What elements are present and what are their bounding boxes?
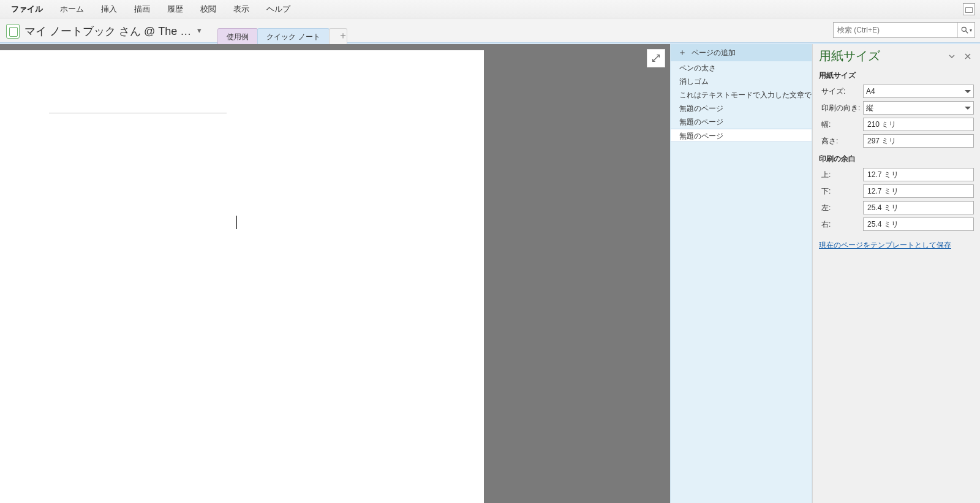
add-page-label: ページの追加 (692, 48, 736, 58)
menu-bar: ファイル ホーム 挿入 描画 履歴 校閲 表示 ヘルプ (0, 0, 980, 18)
section-tab-0[interactable]: 使用例 (217, 28, 258, 44)
panel-title: 用紙サイズ (819, 48, 942, 64)
size-label: サイズ: (819, 86, 863, 97)
size-value: A4 (866, 87, 875, 96)
margin-top-input[interactable] (863, 168, 974, 181)
fullscreen-button[interactable] (647, 49, 665, 67)
main-area: ＋ ページの追加 ペンの太さ 消しゴム これはテキストモードで入力した文章で 無… (0, 44, 980, 503)
close-icon (964, 53, 971, 60)
save-as-template-link[interactable]: 現在のページをテンプレートとして保存 (819, 240, 951, 251)
orientation-select[interactable]: 縦 (863, 101, 974, 115)
canvas-area (0, 44, 670, 503)
page-item-5[interactable]: 無題のページ (671, 129, 812, 142)
margin-left-label: 左: (819, 203, 863, 213)
section-tabs: 使用例 クイック ノート ＋ (217, 18, 346, 44)
search-button[interactable]: ▾ (957, 23, 974, 37)
add-section-tab[interactable]: ＋ (329, 28, 347, 44)
page-item-0[interactable]: ペンの太さ (671, 61, 812, 75)
search-icon (960, 26, 969, 34)
menu-history[interactable]: 履歴 (159, 0, 192, 18)
height-input[interactable] (863, 134, 974, 148)
section-tab-1[interactable]: クイック ノート (257, 28, 329, 44)
page-item-1[interactable]: 消しゴム (671, 75, 812, 88)
group-margins: 印刷の余白 (819, 154, 974, 164)
margin-bottom-label: 下: (819, 186, 863, 197)
search-input[interactable] (833, 22, 975, 38)
page-item-4[interactable]: 無題のページ (671, 115, 812, 129)
menu-review[interactable]: 校閲 (192, 0, 225, 18)
menu-home[interactable]: ホーム (51, 0, 92, 18)
expand-icon (651, 53, 661, 63)
margin-right-input[interactable] (863, 217, 974, 231)
search-container: ▾ (833, 22, 975, 38)
page-item-2[interactable]: これはテキストモードで入力した文章で (671, 88, 812, 102)
panel-close-button[interactable] (962, 50, 974, 62)
notebook-header: マイ ノートブック さん @ The … ▾ 使用例 クイック ノート ＋ ▾ (0, 18, 980, 44)
orientation-label: 印刷の向き: (819, 103, 863, 113)
orientation-value: 縦 (866, 103, 873, 113)
notebook-icon[interactable] (6, 24, 20, 39)
search-options-caret-icon: ▾ (970, 28, 972, 33)
notebook-title[interactable]: マイ ノートブック さん @ The … (24, 24, 191, 39)
menu-insert[interactable]: 挿入 (92, 0, 126, 18)
menu-view[interactable]: 表示 (225, 0, 258, 18)
width-label: 幅: (819, 119, 863, 130)
margin-right-label: 右: (819, 219, 863, 230)
menu-help[interactable]: ヘルプ (258, 0, 299, 18)
plus-icon: ＋ (678, 47, 687, 58)
margin-left-input[interactable] (863, 201, 974, 214)
add-page-button[interactable]: ＋ ページの追加 (671, 44, 812, 61)
panel-options-button[interactable] (946, 50, 958, 62)
paper-size-panel: 用紙サイズ 用紙サイズ サイズ: A4 印刷の向き: 縦 幅: 高さ: 印刷の余… (812, 44, 980, 503)
size-select[interactable]: A4 (863, 85, 974, 98)
menu-draw[interactable]: 描画 (126, 0, 159, 18)
group-paper-size: 用紙サイズ (819, 70, 974, 81)
page-title-underline (49, 113, 227, 113)
notebook-dropdown-icon[interactable]: ▾ (197, 26, 202, 35)
page-item-3[interactable]: 無題のページ (671, 102, 812, 115)
margin-top-label: 上: (819, 170, 863, 180)
page-list-panel: ＋ ページの追加 ペンの太さ 消しゴム これはテキストモードで入力した文章で 無… (670, 44, 812, 503)
svg-point-0 (962, 27, 966, 31)
window-mode-icon[interactable] (963, 3, 975, 15)
svg-line-1 (966, 31, 968, 34)
chevron-down-icon (948, 53, 956, 60)
text-cursor (236, 216, 237, 229)
height-label: 高さ: (819, 136, 863, 146)
menu-file[interactable]: ファイル (2, 0, 51, 18)
margin-bottom-input[interactable] (863, 184, 974, 198)
width-input[interactable] (863, 118, 974, 131)
note-page[interactable] (0, 50, 484, 503)
